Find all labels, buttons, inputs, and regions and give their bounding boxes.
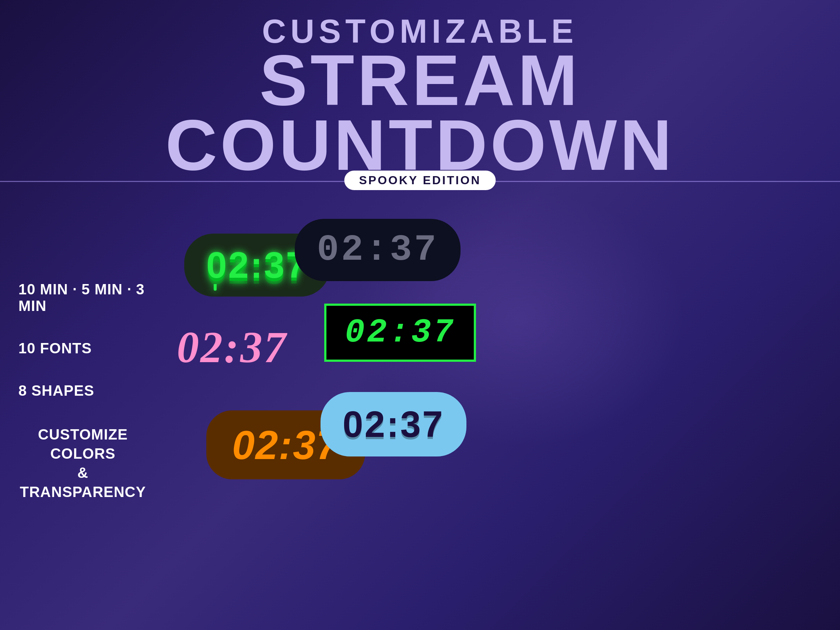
widget-pink-time: 02:37 (177, 322, 287, 373)
widget-ghost-dark-time: 02:37 (317, 229, 439, 271)
feature-durations: 10 MIN · 5 MIN · 3 MIN (19, 281, 147, 314)
widget-ghost-dark: 02:37 (295, 219, 461, 281)
widget-green-border-time: 02:37 (345, 314, 455, 352)
widget-pink-handwriting: 02:37 (177, 322, 287, 373)
widget-blue-pill: 02:37 (321, 392, 466, 456)
feature-shapes: 8 SHAPES (19, 382, 147, 399)
widget-blue-pill-time: 02:37 (343, 403, 444, 445)
right-area: 02:37 02:37 02:37 02:37 02:37 02:37 (147, 182, 840, 630)
feature-colors: CUSTOMIZE COLORS & TRANSPARENCY (19, 425, 147, 501)
title-stream-countdown: STREAM COUNTDOWN (0, 48, 840, 177)
feature-fonts: 10 FONTS (19, 340, 147, 357)
content-area: 10 MIN · 5 MIN · 3 MIN 10 FONTS 8 SHAPES… (0, 182, 840, 630)
widget-green-border: 02:37 (324, 303, 476, 362)
widget-green-drip-time: 02:37 (206, 244, 308, 286)
header: CUSTOMIZABLE STREAM COUNTDOWN (0, 0, 840, 177)
left-sidebar: 10 MIN · 5 MIN · 3 MIN 10 FONTS 8 SHAPES… (0, 182, 147, 630)
main-container: CUSTOMIZABLE STREAM COUNTDOWN SPOOKY EDI… (0, 0, 840, 630)
